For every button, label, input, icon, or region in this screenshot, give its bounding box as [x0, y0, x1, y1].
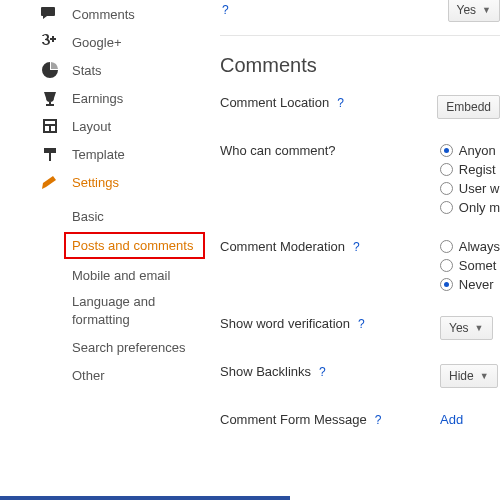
sub-item-other[interactable]: Other: [72, 361, 205, 389]
row-control: Embedd: [387, 95, 500, 119]
template-icon: [38, 144, 62, 164]
radio-label: User w: [459, 181, 499, 196]
label-text: Comment Location: [220, 95, 329, 110]
sidebar-item-label: Settings: [72, 175, 119, 190]
who-radio-group: Anyon Regist User w Only m: [440, 143, 500, 215]
dropdown-value: Hide: [449, 369, 474, 383]
sub-item-mobile-email[interactable]: Mobile and email: [72, 261, 205, 289]
sidebar: Comments Google+ Stats Earnings Layout T…: [0, 0, 205, 389]
radio-icon: [440, 144, 453, 157]
row-comment-moderation: Comment Moderation ? Always Somet Never: [220, 239, 500, 292]
row-control: Add: [420, 412, 500, 427]
sidebar-item-template[interactable]: Template: [38, 140, 205, 168]
radio-user-with[interactable]: User w: [440, 181, 500, 196]
row-word-verification: Show word verification ? Yes ▼: [220, 316, 500, 340]
moderation-radio-group: Always Somet Never: [440, 239, 500, 292]
row-control: Always Somet Never: [390, 239, 500, 292]
radio-label: Somet: [459, 258, 497, 273]
label-text: Comment Form Message: [220, 412, 367, 427]
add-link[interactable]: Add: [440, 412, 463, 427]
help-icon[interactable]: ?: [222, 3, 229, 17]
sub-item-search-preferences[interactable]: Search preferences: [72, 333, 205, 361]
dropdown-value: Embedd: [446, 100, 491, 114]
label-text: Show Backlinks: [220, 364, 311, 379]
sidebar-item-earnings[interactable]: Earnings: [38, 84, 205, 112]
sidebar-item-label: Comments: [72, 7, 135, 22]
sidebar-item-comments[interactable]: Comments: [38, 0, 205, 28]
settings-submenu: Basic Posts and comments Mobile and emai…: [38, 196, 205, 389]
row-label: Show Backlinks ?: [220, 364, 390, 379]
sidebar-item-settings[interactable]: Settings: [38, 168, 205, 196]
radio-label: Regist: [459, 162, 496, 177]
radio-anyone[interactable]: Anyon: [440, 143, 500, 158]
radio-icon: [440, 278, 453, 291]
sidebar-item-stats[interactable]: Stats: [38, 56, 205, 84]
row-control: Yes ▼: [390, 316, 500, 340]
label-text: Show word verification: [220, 316, 350, 331]
radio-never[interactable]: Never: [440, 277, 500, 292]
stats-icon: [38, 60, 62, 80]
lightbox-dropdown-fragment: Yes ▼: [448, 0, 501, 22]
sidebar-item-label: Stats: [72, 63, 102, 78]
help-icon[interactable]: ?: [337, 96, 344, 110]
googleplus-icon: [38, 32, 62, 52]
help-icon[interactable]: ?: [375, 413, 382, 427]
divider: [220, 35, 500, 36]
row-control: Anyon Regist User w Only m: [390, 143, 500, 215]
verification-dropdown[interactable]: Yes ▼: [440, 316, 493, 340]
sidebar-item-label: Google+: [72, 35, 122, 50]
help-icon[interactable]: ?: [358, 317, 365, 331]
row-comment-location: Comment Location ? Embedd: [220, 95, 500, 119]
sidebar-item-label: Template: [72, 147, 125, 162]
radio-icon: [440, 201, 453, 214]
sub-item-posts-comments[interactable]: Posts and comments: [64, 232, 205, 259]
label-text: Who can comment?: [220, 143, 336, 158]
row-who-can-comment: Who can comment? Anyon Regist User w Onl…: [220, 143, 500, 215]
radio-always[interactable]: Always: [440, 239, 500, 254]
sub-item-basic[interactable]: Basic: [72, 202, 205, 230]
dropdown-value: Yes: [457, 3, 477, 17]
row-label: Who can comment?: [220, 143, 390, 158]
radio-label: Always: [459, 239, 500, 254]
sidebar-item-googleplus[interactable]: Google+: [38, 28, 205, 56]
help-icon[interactable]: ?: [353, 240, 360, 254]
chevron-down-icon: ▼: [475, 323, 484, 333]
radio-icon: [440, 240, 453, 253]
label-text: Comment Moderation: [220, 239, 345, 254]
help-icon[interactable]: ?: [319, 365, 326, 379]
radio-label: Anyon: [459, 143, 496, 158]
row-label: Comment Moderation ?: [220, 239, 390, 254]
row-comment-form-message: Comment Form Message ? Add: [220, 412, 500, 432]
row-label: Show word verification ?: [220, 316, 390, 331]
radio-only-members[interactable]: Only m: [440, 200, 500, 215]
layout-icon: [38, 116, 62, 136]
chevron-down-icon: ▼: [482, 5, 491, 15]
radio-label: Never: [459, 277, 494, 292]
row-control: Hide ▼: [390, 364, 500, 388]
radio-icon: [440, 163, 453, 176]
settings-icon: [38, 172, 62, 192]
row-label: Comment Location ?: [220, 95, 387, 110]
row-label: Comment Form Message ?: [220, 412, 420, 427]
radio-sometimes[interactable]: Somet: [440, 258, 500, 273]
sidebar-item-layout[interactable]: Layout: [38, 112, 205, 140]
comment-location-dropdown[interactable]: Embedd: [437, 95, 500, 119]
earnings-icon: [38, 88, 62, 108]
radio-label: Only m: [459, 200, 500, 215]
dropdown-value: Yes: [449, 321, 469, 335]
bottom-bar: [0, 496, 290, 500]
section-title-comments: Comments: [220, 54, 500, 77]
main-content: ? Yes ▼ Comments Comment Location ? Embe…: [220, 0, 500, 440]
sub-item-language-formatting[interactable]: Language and formatting: [72, 289, 205, 333]
sidebar-item-label: Earnings: [72, 91, 123, 106]
radio-registered[interactable]: Regist: [440, 162, 500, 177]
radio-icon: [440, 259, 453, 272]
backlinks-dropdown[interactable]: Hide ▼: [440, 364, 498, 388]
sidebar-item-label: Layout: [72, 119, 111, 134]
lightbox-dropdown[interactable]: Yes ▼: [448, 0, 501, 22]
chevron-down-icon: ▼: [480, 371, 489, 381]
radio-icon: [440, 182, 453, 195]
comments-icon: [38, 4, 62, 24]
row-show-backlinks: Show Backlinks ? Hide ▼: [220, 364, 500, 388]
